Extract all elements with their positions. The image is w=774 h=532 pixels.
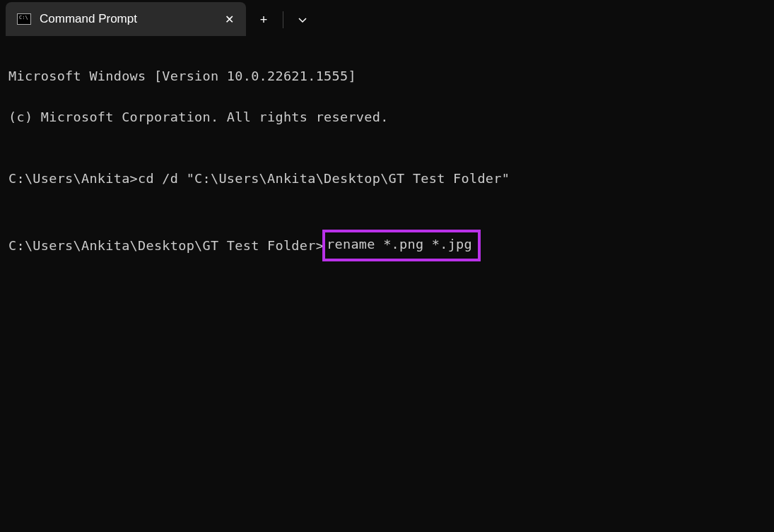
cmd-2: rename *.png *.jpg <box>327 237 472 252</box>
highlighted-command: rename *.png *.jpg <box>322 230 481 261</box>
tab-title: Command Prompt <box>40 12 212 26</box>
prompt-2: C:\Users\Ankita\Desktop\GT Test Folder> <box>8 235 324 256</box>
active-tab[interactable]: Command Prompt ✕ <box>6 2 246 36</box>
command-line-1: C:\Users\Ankita>cd /d "C:\Users\Ankita\D… <box>8 168 766 189</box>
titlebar-controls: + <box>246 2 320 36</box>
tab-dropdown-button[interactable] <box>285 4 320 36</box>
prompt-1: C:\Users\Ankita> <box>8 171 138 186</box>
cmd-icon <box>17 13 31 25</box>
copyright-line: (c) Microsoft Corporation. All rights re… <box>8 107 766 127</box>
new-tab-button[interactable]: + <box>246 4 281 36</box>
chevron-down-icon <box>298 15 307 25</box>
divider <box>283 11 283 28</box>
command-line-2: C:\Users\Ankita\Desktop\GT Test Folder>r… <box>8 230 766 261</box>
close-tab-button[interactable]: ✕ <box>221 11 238 28</box>
cmd-1: cd /d "C:\Users\Ankita\Desktop\GT Test F… <box>138 171 510 186</box>
terminal-output[interactable]: Microsoft Windows [Version 10.0.22621.15… <box>0 38 774 289</box>
titlebar: Command Prompt ✕ + <box>0 0 774 38</box>
version-line: Microsoft Windows [Version 10.0.22621.15… <box>8 66 766 86</box>
